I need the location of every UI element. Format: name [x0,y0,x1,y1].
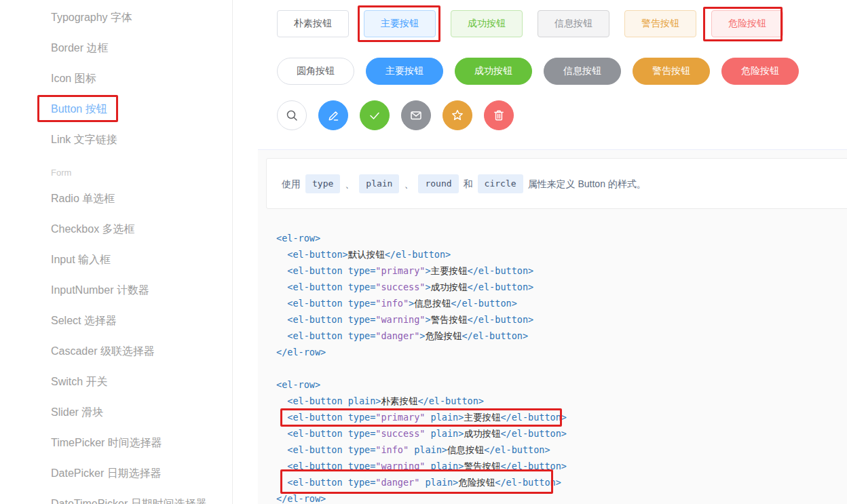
code-token [276,298,287,309]
plain-button-success[interactable]: 成功按钮 [451,10,523,37]
demo-meta-section: 使用 type 、 plain 、 round 和 circle 属性来定义 B… [258,149,847,504]
description-text: 和 [464,176,473,191]
code-line: </el-row> [276,344,847,360]
sidebar-item-inputnumber[interactable]: InputNumber 计数器 [0,275,232,305]
code-token: </el-button> [500,461,567,471]
code-line: <el-button type="success">成功按钮</el-butto… [276,279,847,295]
code-block: <el-row> <el-button>默认按钮</el-button> <el… [258,209,847,504]
code-token [276,477,287,488]
code-token: <el-button type= [287,330,375,341]
sidebar-item-cascader[interactable]: Cascader 级联选择器 [0,336,232,366]
code-token: plain> [425,428,464,439]
code-token: "info" [375,298,409,309]
sidebar-item-checkbox[interactable]: Checkbox 多选框 [0,214,232,244]
code-line: <el-button type="success" plain>成功按钮</el… [276,425,847,442]
plain-buttons-row: 朴素按钮主要按钮成功按钮信息按钮警告按钮危险按钮 [277,10,799,37]
inline-code-token: round [418,174,458,193]
code-token: plain> [425,412,464,423]
code-token: plain> [419,477,458,488]
code-token: <el-button type= [287,412,375,423]
inline-code-token: plain [359,174,399,193]
code-token: <el-row> [276,233,320,244]
code-line: <el-button type="primary">主要按钮</el-butto… [276,263,847,279]
code-token: "info" [375,444,409,455]
code-line: <el-button type="primary" plain>主要按钮</el… [276,409,847,425]
round-button-info[interactable]: 信息按钮 [544,58,621,85]
round-button-default[interactable]: 圆角按钮 [277,58,354,85]
code-line: <el-button type="danger" plain>危险按钮</el-… [276,474,847,490]
plain-button-primary[interactable]: 主要按钮 [364,10,436,37]
sidebar-item-timepicker[interactable]: TimePicker 时间选择器 [0,427,232,458]
circle-button-default[interactable] [277,100,307,130]
code-token: 主要按钮 [464,412,500,423]
circle-button-danger[interactable] [484,100,514,130]
plain-button-warning[interactable]: 警告按钮 [624,10,696,37]
code-token: </el-button> [468,314,534,325]
code-token: </el-button> [451,298,517,309]
usage-description: 使用 type 、 plain 、 round 和 circle 属性来定义 B… [266,158,847,209]
code-token: > [425,314,430,325]
code-token: </el-button> [495,477,561,488]
code-token: <el-button type= [287,282,375,292]
circle-button-primary[interactable] [318,100,348,130]
sidebar-item-button[interactable]: Button 按钮 [0,94,232,124]
code-token: <el-button type= [287,477,375,488]
inline-code-token: type [305,174,340,193]
sidebar-item-icon[interactable]: Icon 图标 [0,63,232,94]
code-token: plain> [409,444,447,455]
code-token: <el-row> [276,379,320,390]
code-token [276,314,287,325]
code-token: 危险按钮 [425,330,462,341]
code-line: <el-row> [276,376,847,393]
code-token: </el-button> [417,395,484,406]
sidebar-item-switch[interactable]: Switch 开关 [0,366,232,397]
code-token: plain> [425,461,464,471]
code-token: "success" [375,428,425,439]
sidebar-item-radio[interactable]: Radio 单选框 [0,183,232,214]
code-line: <el-button type="warning" plain>警告按钮</el… [276,458,847,474]
circle-button-success[interactable] [360,100,390,130]
sidebar-item-input[interactable]: Input 输入框 [0,244,232,275]
sidebar-item-datetimepicker[interactable]: DateTimePicker 日期时间选择器 [0,488,232,504]
sidebar-item-slider[interactable]: Slider 滑块 [0,397,232,427]
circle-button-warning[interactable] [443,100,472,130]
code-token: </el-row> [276,493,326,504]
code-block-1: <el-row> <el-button>默认按钮</el-button> <el… [276,230,847,360]
code-token [276,330,287,341]
code-token: 信息按钮 [414,298,451,309]
plain-button-info[interactable]: 信息按钮 [538,10,609,37]
code-token [276,282,287,292]
code-line: <el-button type="warning">警告按钮</el-butto… [276,311,847,328]
round-button-success[interactable]: 成功按钮 [455,58,532,85]
round-button-primary[interactable]: 主要按钮 [366,58,443,85]
plain-button-danger[interactable]: 危险按钮 [711,10,783,37]
sidebar-item-datepicker[interactable]: DatePicker 日期选择器 [0,458,232,488]
code-token: 成功按钮 [431,282,468,292]
delete-icon [492,109,506,122]
code-line: <el-button type="info">信息按钮</el-button> [276,295,847,311]
sidebar-item-border[interactable]: Border 边框 [0,33,232,63]
sidebar-item-typography[interactable]: Typography 字体 [0,2,232,33]
description-text: 使用 [282,176,301,191]
inline-code-token: circle [478,174,523,193]
round-button-danger[interactable]: 危险按钮 [721,58,799,85]
code-token: 危险按钮 [458,477,495,488]
circle-buttons-row [277,100,799,130]
description-text: 、 [345,176,354,191]
round-buttons-row: 圆角按钮主要按钮成功按钮信息按钮警告按钮危险按钮 [277,58,799,85]
sidebar-item-select[interactable]: Select 选择器 [0,305,232,336]
code-token: "warning" [375,314,425,325]
sidebar-section-form: Form [0,163,232,183]
circle-button-info[interactable] [401,100,431,130]
round-button-warning[interactable]: 警告按钮 [633,58,710,85]
code-token: <el-button type= [287,428,375,439]
code-token: 成功按钮 [464,428,500,439]
sidebar-nav: Typography 字体Border 边框Icon 图标Button 按钮Li… [0,0,233,504]
code-line: <el-button type="info" plain>信息按钮</el-bu… [276,442,847,458]
code-block-2: <el-row> <el-button plain>朴素按钮</el-butto… [276,376,847,504]
code-token [276,249,287,260]
sidebar-item-link[interactable]: Link 文字链接 [0,124,232,155]
plain-button-default[interactable]: 朴素按钮 [277,10,349,37]
code-token: </el-button> [462,330,528,341]
code-token: 警告按钮 [431,314,468,325]
